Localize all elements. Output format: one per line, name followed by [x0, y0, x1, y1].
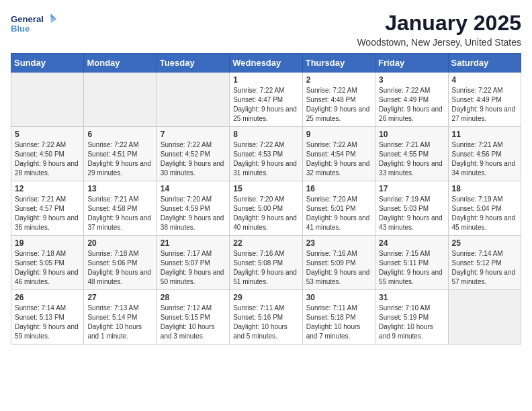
day-number: 15 [233, 184, 298, 193]
calendar-cell: 17 Sunrise: 7:19 AM Sunset: 5:03 PM Dayl… [375, 181, 448, 236]
day-number: 23 [306, 238, 371, 248]
sunrise-label: Sunrise: 7:16 AM [306, 250, 357, 257]
sunset-label: Sunset: 5:00 PM [233, 205, 283, 212]
day-number: 18 [452, 184, 517, 193]
sunset-label: Sunset: 5:18 PM [306, 314, 356, 321]
calendar-cell: 28 Sunrise: 7:12 AM Sunset: 5:15 PM Dayl… [157, 290, 229, 345]
cell-content: Sunrise: 7:20 AM Sunset: 5:00 PM Dayligh… [233, 195, 298, 232]
day-number: 7 [161, 130, 226, 139]
sunrise-label: Sunrise: 7:22 AM [15, 141, 66, 148]
sunset-label: Sunset: 4:47 PM [233, 96, 283, 103]
daylight-label: Daylight: 9 hours and 48 minutes. [87, 269, 151, 285]
day-number: 16 [306, 184, 371, 193]
cell-content: Sunrise: 7:22 AM Sunset: 4:49 PM Dayligh… [452, 86, 517, 124]
calendar-header-row: SundayMondayTuesdayWednesdayThursdayFrid… [11, 54, 521, 73]
daylight-label: Daylight: 9 hours and 50 minutes. [161, 269, 224, 285]
logo-icon: General Blue [11, 11, 58, 38]
svg-text:Blue: Blue [11, 24, 30, 34]
cell-content: Sunrise: 7:19 AM Sunset: 5:04 PM Dayligh… [452, 195, 517, 232]
daylight-label: Daylight: 9 hours and 33 minutes. [379, 160, 443, 177]
daylight-label: Daylight: 9 hours and 57 minutes. [452, 269, 516, 285]
cell-content: Sunrise: 7:22 AM Sunset: 4:52 PM Dayligh… [161, 140, 226, 178]
calendar-weekday-header: Sunday [11, 54, 84, 73]
sunset-label: Sunset: 4:57 PM [15, 205, 64, 212]
calendar-cell: 26 Sunrise: 7:14 AM Sunset: 5:13 PM Dayl… [11, 290, 84, 345]
calendar-week-row: 5 Sunrise: 7:22 AM Sunset: 4:50 PM Dayli… [11, 127, 521, 181]
sunset-label: Sunset: 5:03 PM [379, 205, 429, 212]
sunset-label: Sunset: 5:06 PM [87, 259, 137, 267]
daylight-label: Daylight: 9 hours and 25 minutes. [233, 105, 297, 122]
cell-content: Sunrise: 7:20 AM Sunset: 5:01 PM Dayligh… [306, 195, 371, 232]
day-number: 24 [379, 238, 444, 248]
sunrise-label: Sunrise: 7:11 AM [233, 304, 284, 312]
daylight-label: Daylight: 9 hours and 53 minutes. [306, 269, 370, 285]
day-number: 5 [15, 130, 80, 139]
sunrise-label: Sunrise: 7:14 AM [452, 250, 503, 257]
daylight-label: Daylight: 10 hours and 5 minutes. [233, 323, 287, 340]
sunset-label: Sunset: 5:12 PM [452, 259, 502, 267]
calendar-cell: 29 Sunrise: 7:11 AM Sunset: 5:16 PM Dayl… [230, 290, 302, 345]
cell-content: Sunrise: 7:11 AM Sunset: 5:16 PM Dayligh… [233, 304, 298, 341]
calendar-table: SundayMondayTuesdayWednesdayThursdayFrid… [11, 53, 521, 345]
cell-content: Sunrise: 7:21 AM Sunset: 4:56 PM Dayligh… [452, 140, 517, 178]
svg-text:General: General [11, 14, 44, 24]
daylight-label: Daylight: 9 hours and 29 minutes. [87, 160, 151, 177]
cell-content: Sunrise: 7:14 AM Sunset: 5:12 PM Dayligh… [452, 249, 517, 287]
calendar-cell: 10 Sunrise: 7:21 AM Sunset: 4:55 PM Dayl… [375, 127, 448, 181]
cell-content: Sunrise: 7:21 AM Sunset: 4:57 PM Dayligh… [15, 195, 80, 232]
calendar-cell: 4 Sunrise: 7:22 AM Sunset: 4:49 PM Dayli… [448, 73, 521, 127]
daylight-label: Daylight: 9 hours and 37 minutes. [87, 214, 151, 231]
calendar-cell: 25 Sunrise: 7:14 AM Sunset: 5:12 PM Dayl… [448, 236, 521, 290]
cell-content: Sunrise: 7:18 AM Sunset: 5:05 PM Dayligh… [15, 249, 80, 287]
sunrise-label: Sunrise: 7:15 AM [379, 250, 430, 257]
sunrise-label: Sunrise: 7:22 AM [306, 141, 357, 148]
calendar-cell: 5 Sunrise: 7:22 AM Sunset: 4:50 PM Dayli… [11, 127, 84, 181]
cell-content: Sunrise: 7:14 AM Sunset: 5:13 PM Dayligh… [15, 304, 80, 341]
calendar-cell: 31 Sunrise: 7:10 AM Sunset: 5:19 PM Dayl… [375, 290, 448, 345]
calendar-cell: 23 Sunrise: 7:16 AM Sunset: 5:09 PM Dayl… [302, 236, 375, 290]
calendar-weekday-header: Wednesday [230, 54, 302, 73]
cell-content: Sunrise: 7:22 AM Sunset: 4:51 PM Dayligh… [87, 140, 152, 178]
cell-content: Sunrise: 7:22 AM Sunset: 4:54 PM Dayligh… [306, 140, 371, 178]
calendar-cell: 11 Sunrise: 7:21 AM Sunset: 4:56 PM Dayl… [448, 127, 521, 181]
day-number: 4 [452, 75, 517, 85]
day-number: 28 [161, 293, 226, 302]
day-number: 20 [87, 238, 152, 248]
calendar-week-row: 1 Sunrise: 7:22 AM Sunset: 4:47 PM Dayli… [11, 73, 521, 127]
sunrise-label: Sunrise: 7:22 AM [452, 87, 503, 94]
calendar-cell: 22 Sunrise: 7:16 AM Sunset: 5:08 PM Dayl… [230, 236, 302, 290]
sunrise-label: Sunrise: 7:12 AM [161, 304, 212, 312]
cell-content: Sunrise: 7:19 AM Sunset: 5:03 PM Dayligh… [379, 195, 444, 232]
calendar-cell: 2 Sunrise: 7:22 AM Sunset: 4:48 PM Dayli… [302, 73, 375, 127]
calendar-cell: 8 Sunrise: 7:22 AM Sunset: 4:53 PM Dayli… [230, 127, 302, 181]
sunset-label: Sunset: 5:05 PM [15, 259, 64, 267]
calendar-cell: 6 Sunrise: 7:22 AM Sunset: 4:51 PM Dayli… [84, 127, 157, 181]
daylight-label: Daylight: 9 hours and 36 minutes. [15, 214, 79, 231]
sunrise-label: Sunrise: 7:21 AM [452, 141, 503, 148]
calendar-cell [157, 73, 229, 127]
sunrise-label: Sunrise: 7:17 AM [161, 250, 212, 257]
sunset-label: Sunset: 4:58 PM [87, 205, 137, 212]
day-number: 25 [452, 238, 517, 248]
cell-content: Sunrise: 7:22 AM Sunset: 4:48 PM Dayligh… [306, 86, 371, 124]
day-number: 26 [15, 293, 80, 302]
sunset-label: Sunset: 4:54 PM [306, 150, 356, 158]
daylight-label: Daylight: 9 hours and 38 minutes. [161, 214, 224, 231]
calendar-cell: 1 Sunrise: 7:22 AM Sunset: 4:47 PM Dayli… [230, 73, 302, 127]
calendar-cell: 12 Sunrise: 7:21 AM Sunset: 4:57 PM Dayl… [11, 181, 84, 236]
sunrise-label: Sunrise: 7:22 AM [233, 141, 284, 148]
sunset-label: Sunset: 5:01 PM [306, 205, 356, 212]
sunrise-label: Sunrise: 7:22 AM [306, 87, 357, 94]
sunrise-label: Sunrise: 7:22 AM [379, 87, 430, 94]
day-number: 30 [306, 293, 371, 302]
daylight-label: Daylight: 9 hours and 55 minutes. [379, 269, 443, 285]
day-number: 13 [87, 184, 152, 193]
daylight-label: Daylight: 10 hours and 9 minutes. [379, 323, 433, 340]
sunset-label: Sunset: 4:48 PM [306, 96, 356, 103]
sunset-label: Sunset: 5:19 PM [379, 314, 429, 321]
daylight-label: Daylight: 9 hours and 26 minutes. [379, 105, 443, 122]
day-number: 14 [161, 184, 226, 193]
cell-content: Sunrise: 7:11 AM Sunset: 5:18 PM Dayligh… [306, 304, 371, 341]
day-number: 19 [15, 238, 80, 248]
daylight-label: Daylight: 9 hours and 45 minutes. [452, 214, 516, 231]
